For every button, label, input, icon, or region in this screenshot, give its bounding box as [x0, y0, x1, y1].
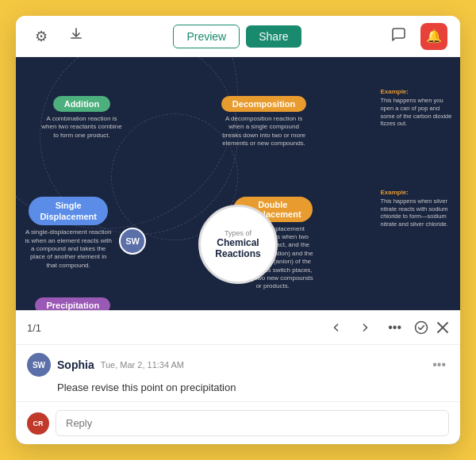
center-circle: Types of ChemicalReactions [198, 205, 278, 284]
node-decomposition-label: Decomposition [221, 96, 306, 112]
comment-resolve-button[interactable] [414, 320, 428, 335]
example2: Example: This happens when silver nitrat… [380, 189, 455, 228]
example1: Example: This happens when you open a ca… [380, 88, 455, 128]
node-addition: Addition A combination reaction is when … [38, 96, 125, 140]
node-decomposition: Decomposition A decomposition reaction i… [221, 96, 308, 148]
example2-label: Example: [380, 189, 455, 196]
node-decomposition-text: A decomposition reaction is when a singl… [221, 115, 308, 148]
preview-button[interactable]: Preview [173, 25, 240, 48]
example2-text: This happens when silver nitrate reacts … [380, 197, 455, 228]
comment-next-button[interactable] [355, 317, 375, 338]
comment-body: SW Sophia Tue, Mar 2, 11:34 AM ••• Pleas… [16, 345, 460, 402]
node-single-displacement-text: A single-displacement reaction is when a… [25, 228, 112, 270]
comment-close-button[interactable] [436, 321, 449, 334]
download-icon [69, 27, 83, 45]
reply-row: CR [16, 402, 460, 444]
download-button[interactable] [63, 24, 89, 49]
example1-text: This happens when you open a can of pop … [380, 97, 455, 128]
node-single-displacement: SingleDisplacement A single-displacement… [25, 197, 112, 270]
notification-bell-button[interactable]: 🔔 [420, 23, 447, 50]
comment-author-row: SW Sophia Tue, Mar 2, 11:34 AM ••• [27, 353, 449, 377]
author-avatar-badge: SW [119, 228, 146, 255]
share-button[interactable]: Share [246, 25, 301, 48]
comment-button[interactable] [386, 24, 411, 49]
app-window: ⚙ Preview Share [16, 16, 460, 444]
comment-more-button[interactable]: ••• [383, 319, 406, 336]
reply-avatar: CR [27, 412, 49, 435]
canvas-area: Types of ChemicalReactions Addition A co… [16, 57, 460, 444]
example1-label: Example: [380, 88, 455, 95]
bell-icon: 🔔 [426, 29, 442, 44]
comment-author-name: Sophia [57, 358, 94, 371]
svg-point-0 [416, 322, 428, 334]
center-title: ChemicalReactions [215, 237, 260, 260]
node-single-displacement-label: SingleDisplacement [29, 197, 108, 226]
toolbar-left: ⚙ [29, 24, 89, 49]
comment-popup: 1/1 ••• SW Sophia [16, 310, 460, 444]
comment-count: 1/1 [27, 322, 41, 334]
comment-icon [391, 27, 406, 46]
comment-timestamp: Tue, Mar 2, 11:34 AM [101, 360, 184, 370]
node-addition-text: A combination reaction is when two react… [38, 115, 125, 140]
settings-button[interactable]: ⚙ [29, 24, 54, 49]
comment-options-button[interactable]: ••• [429, 356, 449, 374]
comment-popup-header: 1/1 ••• [16, 311, 460, 345]
toolbar-center: Preview Share [173, 25, 301, 48]
comment-author-avatar: SW [27, 353, 51, 377]
toolbar: ⚙ Preview Share [16, 16, 460, 57]
toolbar-right: 🔔 [386, 23, 447, 50]
node-addition-label: Addition [53, 96, 111, 112]
center-subtitle: Types of [225, 229, 251, 237]
reply-input[interactable] [56, 410, 449, 436]
comment-prev-button[interactable] [326, 317, 347, 338]
settings-icon: ⚙ [35, 28, 48, 45]
comment-text: Please revise this point on precipitatio… [57, 381, 449, 393]
